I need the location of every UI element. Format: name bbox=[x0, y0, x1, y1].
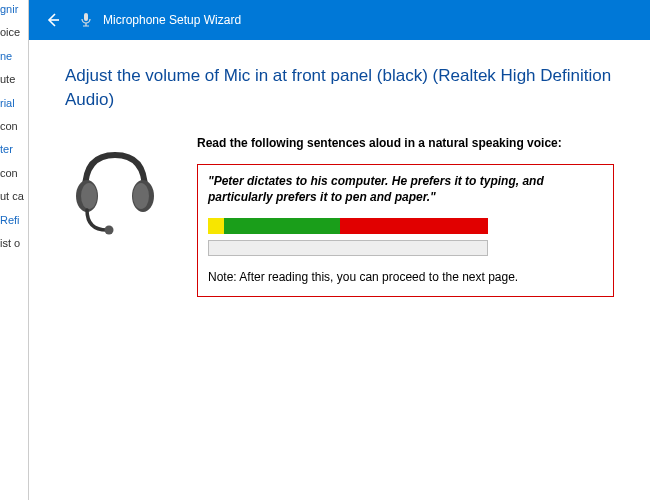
sample-sentence: "Peter dictates to his computer. He pref… bbox=[208, 173, 603, 207]
svg-rect-0 bbox=[84, 13, 88, 21]
bg-frag: Refi bbox=[0, 213, 28, 228]
svg-point-5 bbox=[105, 225, 114, 234]
bg-frag: oice bbox=[0, 25, 28, 40]
wizard-window: Microphone Setup Wizard Adjust the volum… bbox=[28, 0, 650, 500]
bg-frag: ist o bbox=[0, 236, 28, 251]
highlighted-box: "Peter dictates to his computer. He pref… bbox=[197, 164, 614, 298]
svg-point-4 bbox=[133, 183, 149, 209]
bg-frag: ne bbox=[0, 49, 28, 64]
microphone-icon bbox=[77, 11, 95, 29]
bg-frag: ut ca bbox=[0, 189, 28, 204]
bg-frag: con bbox=[0, 119, 28, 134]
volume-meter-scale bbox=[208, 218, 488, 234]
meter-segment-green bbox=[224, 218, 340, 234]
back-arrow-icon[interactable] bbox=[41, 8, 65, 32]
instruction-column: Read the following sentences aloud in a … bbox=[197, 136, 614, 298]
bg-frag: rial bbox=[0, 96, 28, 111]
meter-segment-red bbox=[340, 218, 488, 234]
wizard-content: Adjust the volume of Mic in at front pan… bbox=[29, 40, 650, 500]
bg-frag: con bbox=[0, 166, 28, 181]
meter-segment-yellow bbox=[208, 218, 224, 234]
bg-frag: ter bbox=[0, 142, 28, 157]
instruction-text: Read the following sentences aloud in a … bbox=[197, 136, 614, 150]
main-row: Read the following sentences aloud in a … bbox=[65, 136, 614, 298]
headset-icon bbox=[65, 140, 165, 240]
page-heading: Adjust the volume of Mic in at front pan… bbox=[65, 64, 614, 112]
svg-point-2 bbox=[81, 183, 97, 209]
bg-frag: ute bbox=[0, 72, 28, 87]
volume-level-bar bbox=[208, 240, 488, 256]
window-title: Microphone Setup Wizard bbox=[103, 13, 241, 27]
bg-frag: gnir bbox=[0, 2, 28, 17]
headset-column bbox=[65, 136, 175, 298]
titlebar: Microphone Setup Wizard bbox=[29, 0, 650, 40]
note-text: Note: After reading this, you can procee… bbox=[208, 270, 603, 284]
background-text-fragments: gnir oice ne ute rial con ter con ut ca … bbox=[0, 0, 28, 500]
